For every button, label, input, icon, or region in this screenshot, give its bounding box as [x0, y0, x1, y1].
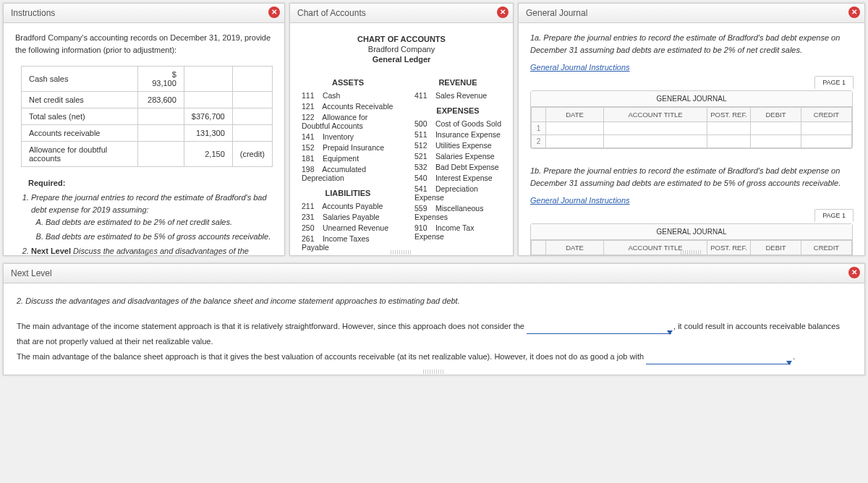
table-row: Allowance for doubtful accounts2,150(cre…	[22, 142, 273, 167]
close-icon[interactable]: ✕	[497, 7, 509, 18]
list-item: Prepare the journal entries to record th…	[31, 192, 273, 243]
coa-body: CHART OF ACCOUNTS Bradford Company Gener…	[290, 23, 513, 255]
coa-account-item[interactable]: 141 Inventory	[302, 131, 394, 142]
gj-instructions-link[interactable]: General Journal Instructions	[530, 196, 630, 205]
list-item: Bad debts are estimated to be 5% of gros…	[46, 231, 273, 243]
coa-account-item[interactable]: 532 Bad Debt Expense	[414, 161, 501, 172]
credit-cell[interactable]	[801, 135, 852, 148]
close-icon[interactable]: ✕	[848, 7, 860, 18]
gj-header: General Journal ✕	[519, 4, 864, 23]
account-title-cell[interactable]	[604, 255, 707, 256]
coa-right-col: REVENUE 411 Sales Revenue EXPENSES 500 C…	[414, 72, 501, 255]
instructions-header: Instructions ✕	[4, 4, 284, 23]
coa-account-item[interactable]: 181 Equipment	[302, 153, 394, 163]
instructions-title: Instructions	[11, 8, 55, 18]
data-table: Cash sales$ 93,100 Net credit sales283,6…	[21, 66, 273, 167]
debit-cell[interactable]	[751, 135, 801, 148]
coa-account-item[interactable]: 250 Unearned Revenue	[302, 222, 394, 233]
gj-title: General Journal	[526, 8, 587, 18]
date-cell[interactable]	[546, 122, 604, 135]
journal-caption: GENERAL JOURNAL	[531, 224, 852, 240]
gj-q1b: 1b. Prepare the journal entries to recor…	[530, 165, 853, 189]
coa-account-item[interactable]: 910 Income Tax Expense	[414, 222, 501, 241]
postref-cell[interactable]	[707, 255, 751, 256]
page-tab[interactable]: PAGE 1	[814, 209, 854, 222]
journal-table: DATEACCOUNT TITLEPOST. REF.DEBITCREDIT 1…	[531, 107, 852, 148]
general-journal-panel: General Journal ✕ 1a. Prepare the journa…	[518, 3, 865, 256]
coa-account-item[interactable]: 500 Cost of Goods Sold	[414, 118, 501, 129]
nl-para-1: The main advantage of the income stateme…	[17, 319, 851, 349]
debit-cell[interactable]	[751, 122, 801, 135]
coa-company: Bradford Company	[302, 45, 501, 54]
instructions-body: Bradford Company's accounting records on…	[4, 23, 284, 255]
close-icon[interactable]: ✕	[268, 7, 280, 18]
coa-account-item[interactable]: 540 Interest Expense	[414, 172, 501, 183]
coa-ledger: General Ledger	[302, 55, 501, 64]
gj-q1a: 1a. Prepare the journal entries to recor…	[530, 32, 853, 56]
resize-grip[interactable]	[391, 250, 412, 255]
gj-instructions-link[interactable]: General Journal Instructions	[530, 63, 630, 72]
coa-account-item[interactable]: 121 Accounts Receivable	[302, 101, 394, 111]
coa-account-item[interactable]: 231 Salaries Payable	[302, 211, 394, 222]
date-cell[interactable]	[546, 255, 604, 256]
table-row: Accounts receivable131,300	[22, 125, 273, 142]
coa-account-item[interactable]: 411 Sales Revenue	[414, 90, 501, 101]
required-list: Prepare the journal entries to record th…	[31, 192, 273, 255]
journal-caption: GENERAL JOURNAL	[531, 91, 852, 107]
credit-cell[interactable]	[801, 122, 852, 135]
resize-grip[interactable]	[423, 369, 445, 374]
account-title-cell[interactable]	[604, 122, 707, 135]
postref-cell[interactable]	[707, 135, 751, 148]
instructions-panel: Instructions ✕ Bradford Company's accoun…	[3, 3, 285, 256]
coa-account-item[interactable]: 152 Prepaid Insurance	[302, 142, 394, 153]
coa-account-item[interactable]: 511 Insurance Expense	[414, 129, 501, 140]
coa-account-item[interactable]: 559 Miscellaneous Expenses	[414, 202, 501, 222]
coa-account-item[interactable]: 541 Depreciation Expense	[414, 183, 501, 202]
coa-account-item[interactable]: 122 Allowance for Doubtful Accounts	[302, 111, 394, 131]
nl-body: 2. Discuss the advantages and disadvanta…	[4, 283, 864, 375]
coa-account-item[interactable]: 512 Utilities Expense	[414, 140, 501, 150]
coa-account-item[interactable]: 111 Cash	[302, 90, 394, 101]
list-item: Bad debts are estimated to be 2% of net …	[46, 216, 273, 228]
resize-grip[interactable]	[133, 250, 155, 255]
coa-account-item[interactable]: 198 Accumulated Depreciation	[302, 163, 394, 183]
required-heading: Required:	[28, 179, 273, 187]
intro-text: Bradford Company's accounting records on…	[15, 32, 273, 56]
nl-title: Next Level	[11, 268, 52, 278]
dropdown-blank-1[interactable]	[527, 324, 671, 334]
next-level-panel: Next Level ✕ 2. Discuss the advantages a…	[3, 263, 865, 375]
debit-cell[interactable]	[751, 255, 801, 256]
chart-of-accounts-panel: Chart of Accounts ✕ CHART OF ACCOUNTS Br…	[289, 3, 514, 256]
coa-main-title: CHART OF ACCOUNTS	[302, 35, 501, 43]
date-cell[interactable]	[546, 135, 604, 148]
table-row: Total sales (net)$376,700	[22, 108, 273, 125]
page-tab[interactable]: PAGE 1	[814, 76, 854, 89]
table-row: Net credit sales283,600	[22, 92, 273, 108]
dropdown-blank-2[interactable]	[646, 354, 791, 364]
coa-account-item[interactable]: 261 Income Taxes Payable	[302, 233, 394, 252]
coa-account-item[interactable]: 211 Accounts Payable	[302, 200, 394, 211]
journal-1a: GENERAL JOURNAL DATEACCOUNT TITLEPOST. R…	[530, 90, 853, 149]
nl-para-2: The main advantage of the balance sheet …	[17, 349, 851, 364]
coa-header: Chart of Accounts ✕	[290, 4, 513, 23]
coa-left-col: ASSETS 111 Cash121 Accounts Receivable12…	[302, 72, 394, 255]
resize-grip[interactable]	[681, 250, 702, 255]
nl-header: Next Level ✕	[4, 264, 864, 283]
account-title-cell[interactable]	[604, 135, 707, 148]
nl-question: 2. Discuss the advantages and disadvanta…	[17, 294, 851, 309]
credit-cell[interactable]	[801, 255, 852, 256]
coa-account-item[interactable]: 521 Salaries Expense	[414, 150, 501, 161]
coa-title: Chart of Accounts	[297, 8, 366, 18]
table-row: Cash sales$ 93,100	[22, 67, 273, 92]
postref-cell[interactable]	[707, 122, 751, 135]
gj-body: 1a. Prepare the journal entries to recor…	[519, 23, 864, 255]
close-icon[interactable]: ✕	[848, 267, 860, 278]
